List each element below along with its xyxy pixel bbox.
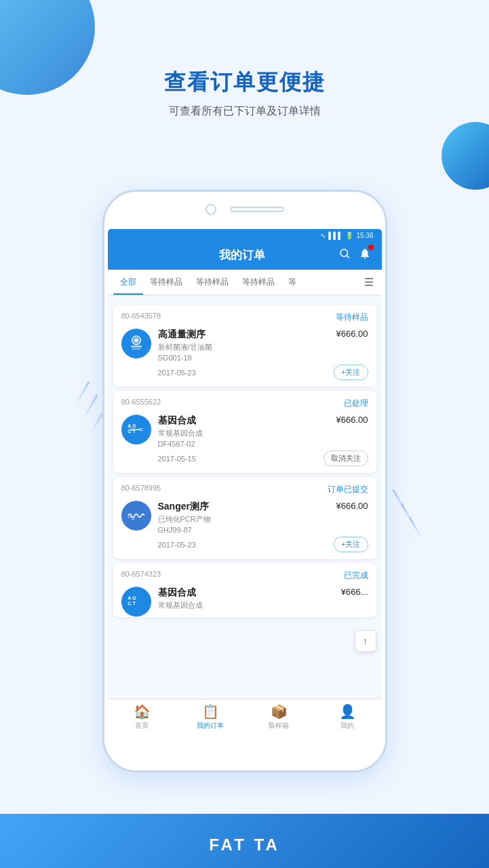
nav-home[interactable]: 🏠 首页 (108, 703, 176, 730)
unfollow-button-2[interactable]: 取消关注 (324, 451, 368, 466)
nav-home-label: 首页 (135, 721, 149, 730)
deco-stripe-2 (83, 394, 98, 419)
order-date-1: 2017-05-23 (158, 369, 196, 377)
order-date-2: 2017-05-15 (158, 455, 196, 463)
profile-icon: 👤 (339, 703, 356, 720)
deco-stripe-1 (75, 381, 90, 405)
signal-icon: ▌▌▌ (328, 232, 343, 239)
order-detail2-1: SG001-18 (158, 354, 368, 362)
order-name-1: 高通量测序 (158, 329, 206, 341)
order-name-3: Sanger测序 (158, 501, 209, 513)
tab-waiting-1[interactable]: 等待样品 (143, 270, 189, 295)
tab-more-icon[interactable]: ☰ (361, 270, 376, 294)
order-info-4: 基因合成 ¥666... 常规基因合成 (158, 587, 368, 611)
home-icon: 🏠 (134, 703, 151, 720)
order-id-4: 80-6574323 (121, 570, 161, 581)
order-detail1-1: 新鲜菌液/甘油菌 (158, 342, 368, 352)
order-status-4: 已完成 (344, 570, 368, 581)
order-icon-2: A G C T (121, 415, 151, 445)
order-name-2: 基因合成 (158, 415, 196, 427)
follow-button-1[interactable]: +关注 (334, 365, 368, 380)
order-info-2: 基因合成 ¥666.00 常规基因合成 DF4567-02 2017-05-15… (158, 415, 368, 466)
page-subtitle: 可查看所有已下订单及订单详情 (0, 104, 489, 119)
order-body-3: Sanger测序 ¥666.00 已纯化PCR产物 GHJ99-87 2017-… (121, 501, 368, 552)
order-info-3: Sanger测序 ¥666.00 已纯化PCR产物 GHJ99-87 2017-… (158, 501, 368, 552)
order-card-2: 80-6555622 已处理 A G C T (113, 391, 376, 473)
order-icon-1 (121, 329, 151, 358)
tab-waiting-4[interactable]: 等 (281, 270, 303, 295)
order-icon-4: A G C T (121, 587, 151, 617)
order-header-3: 80-6578995 订单已提交 (121, 484, 368, 495)
orders-list: 80-6543578 等待样品 (108, 295, 382, 699)
app-header-title: 我的订单 (146, 247, 338, 263)
order-price-1: ¥666.00 (336, 329, 368, 341)
order-price-2: ¥666.00 (336, 415, 368, 427)
order-status-1: 等待样品 (336, 312, 368, 323)
bottom-nav: 🏠 首页 📋 我的订单 📦 取样箱 👤 我的 (108, 699, 382, 733)
order-detail1-3: 已纯化PCR产物 (158, 514, 368, 524)
app-header: 我的订单 (108, 242, 382, 270)
battery-icon: 🔋 (345, 232, 353, 239)
svg-text:C T: C T (128, 600, 136, 606)
order-name-4: 基因合成 (158, 587, 196, 599)
orders-icon: 📋 (202, 703, 219, 720)
order-card-3: 80-6578995 订单已提交 Sanger测序 ¥66 (113, 477, 376, 559)
order-icon-3 (121, 501, 151, 531)
nav-profile-label: 我的 (340, 721, 354, 730)
phone-screen: ∿ ▌▌▌ 🔋 15:36 我的订单 (108, 229, 382, 733)
order-id-2: 80-6555622 (121, 398, 161, 409)
order-info-1: 高通量测序 ¥666.00 新鲜菌液/甘油菌 SG001-18 2017-05-… (158, 329, 368, 380)
svg-rect-3 (131, 346, 142, 347)
nav-orders[interactable]: 📋 我的订单 (176, 703, 245, 730)
deco-stripe-6 (408, 516, 424, 541)
notification-badge (368, 245, 374, 250)
svg-point-0 (340, 249, 348, 257)
order-body-2: A G C T 基因合成 ¥666.00 常规基因合成 DF4567-02 (121, 415, 368, 466)
notification-icon[interactable] (359, 247, 371, 263)
order-card-1: 80-6543578 等待样品 (113, 305, 376, 387)
svg-rect-4 (132, 348, 140, 350)
page-title: 查看订单更便捷 (0, 68, 489, 98)
follow-button-3[interactable]: +关注 (334, 537, 368, 552)
header-action-icons (338, 247, 371, 263)
order-status-2: 已处理 (344, 398, 368, 409)
bg-circle-topright (442, 122, 489, 190)
order-card-4: 80-6574323 已完成 A G C T 基因合成 ¥666... (113, 563, 376, 617)
order-detail2-2: DF4567-02 (158, 440, 368, 448)
order-header-2: 80-6555622 已处理 (121, 398, 368, 409)
tab-waiting-3[interactable]: 等待样品 (235, 270, 281, 295)
search-icon[interactable] (338, 247, 351, 263)
nav-orders-label: 我的订单 (197, 721, 224, 730)
tab-all[interactable]: 全部 (113, 270, 143, 295)
order-id-3: 80-6578995 (121, 484, 161, 495)
phone-top-bar (104, 204, 385, 215)
order-detail1-2: 常规基因合成 (158, 428, 368, 438)
order-body-1: 高通量测序 ¥666.00 新鲜菌液/甘油菌 SG001-18 2017-05-… (121, 329, 368, 380)
order-id-1: 80-6543578 (121, 312, 161, 323)
status-icons: ∿ ▌▌▌ 🔋 15:36 (320, 232, 373, 239)
brand-text: FAT TA (209, 835, 279, 854)
sample-box-icon: 📦 (271, 703, 288, 720)
tab-bar: 全部 等待样品 等待样品 等待样品 等 ☰ (108, 270, 382, 295)
phone-mockup: ∿ ▌▌▌ 🔋 15:36 我的订单 (102, 190, 387, 772)
order-status-3: 订单已提交 (328, 484, 368, 495)
nav-profile[interactable]: 👤 我的 (313, 703, 382, 730)
order-header-4: 80-6574323 已完成 (121, 570, 368, 581)
scroll-to-top-button[interactable]: ↑ (355, 630, 376, 652)
tab-waiting-2[interactable]: 等待样品 (189, 270, 235, 295)
svg-point-5 (134, 338, 138, 342)
phone-camera (206, 204, 216, 215)
phone-speaker (230, 207, 284, 212)
svg-line-1 (347, 255, 349, 257)
wifi-icon: ∿ (320, 232, 326, 239)
order-price-4: ¥666... (341, 587, 368, 599)
order-header-1: 80-6543578 等待样品 (121, 312, 368, 323)
order-detail2-3: GHJ99-87 (158, 526, 368, 534)
status-bar: ∿ ▌▌▌ 🔋 15:36 (108, 229, 382, 242)
order-date-3: 2017-05-23 (158, 541, 196, 549)
order-detail1-4: 常规基因合成 (158, 600, 368, 611)
time-display: 15:36 (356, 232, 373, 239)
header-section: 查看订单更便捷 可查看所有已下订单及订单详情 (0, 68, 489, 119)
nav-sample-box[interactable]: 📦 取样箱 (245, 703, 313, 730)
nav-samplebox-label: 取样箱 (269, 721, 289, 730)
